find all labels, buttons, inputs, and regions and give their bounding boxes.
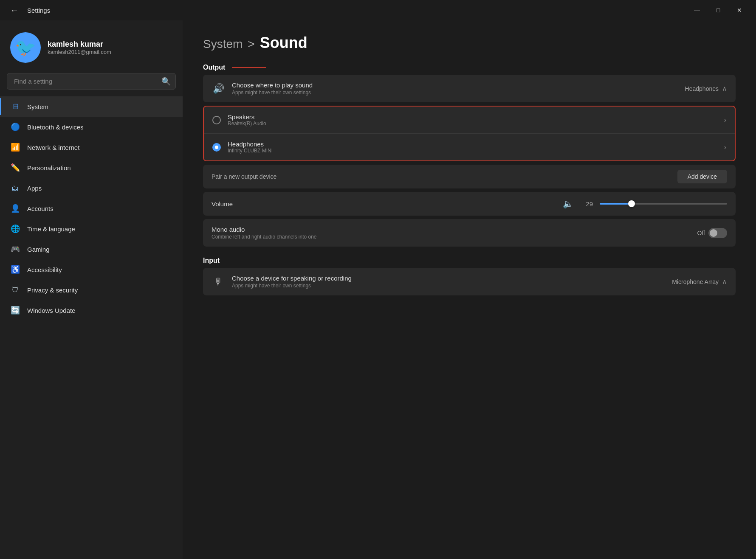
- accessibility-icon: ♿: [10, 264, 20, 275]
- volume-card: Volume 🔈 29: [203, 192, 736, 216]
- breadcrumb-separator: >: [248, 37, 254, 51]
- mono-audio-info: Mono audio Combine left and right audio …: [212, 226, 697, 240]
- nav-accessibility[interactable]: ♿ Accessibility: [0, 259, 183, 280]
- nav-system[interactable]: 🖥 System: [0, 96, 183, 117]
- mono-audio-title: Mono audio: [212, 226, 697, 233]
- search-box: 🔍: [7, 73, 176, 90]
- personalization-icon: ✏️: [10, 163, 20, 173]
- sidebar-item-label: Personalization: [27, 164, 71, 171]
- bluetooth-icon: 🔵: [10, 122, 20, 132]
- accounts-icon: 👤: [10, 203, 20, 213]
- sidebar-item-label: Windows Update: [27, 307, 75, 314]
- nav-personalization[interactable]: ✏️ Personalization: [0, 157, 183, 178]
- user-info: kamlesh kumar kamlesh2011@gmail.com: [48, 40, 111, 55]
- nav-update[interactable]: 🔄 Windows Update: [0, 300, 183, 320]
- sidebar-item-label: Accounts: [27, 205, 54, 212]
- volume-fill: [600, 203, 632, 205]
- maximize-button[interactable]: □: [708, 3, 728, 17]
- input-chevron-up-icon: ∧: [722, 278, 727, 286]
- search-icon[interactable]: 🔍: [161, 77, 171, 86]
- sidebar-item-label: Accessibility: [27, 266, 62, 273]
- avatar-icon: 🐦: [15, 38, 36, 58]
- breadcrumb: System: [203, 37, 243, 51]
- mono-audio-toggle[interactable]: [708, 228, 727, 238]
- headphones-device-row[interactable]: Headphones Infinity CLUBZ MINI ›: [204, 134, 735, 160]
- choose-output-card: 🔊 Choose where to play sound Apps might …: [203, 75, 736, 102]
- choose-input-right: Microphone Array ∧: [672, 278, 727, 286]
- mono-audio-subtitle: Combine left and right audio channels in…: [212, 234, 697, 240]
- sidebar-item-label: Gaming: [27, 246, 50, 253]
- speakers-info: Speakers Realtek(R) Audio: [228, 113, 717, 126]
- speakers-name: Speakers: [228, 113, 717, 121]
- headphones-info: Headphones Infinity CLUBZ MINI: [228, 140, 717, 154]
- device-list: Speakers Realtek(R) Audio › Headphones I…: [203, 106, 736, 161]
- microphone-icon: 🎙: [212, 276, 225, 287]
- volume-thumb[interactable]: [628, 200, 635, 207]
- choose-output-content: Choose where to play sound Apps might ha…: [232, 81, 678, 96]
- nav-privacy[interactable]: 🛡 Privacy & security: [0, 280, 183, 300]
- choose-input-card: 🎙 Choose a device for speaking or record…: [203, 268, 736, 295]
- sidebar-item-label: System: [27, 103, 48, 110]
- volume-icon: 🔈: [563, 199, 573, 209]
- time-icon: 🌐: [10, 224, 20, 234]
- output-divider: [232, 67, 266, 68]
- window-controls: — □ ✕: [687, 3, 749, 17]
- input-label: Input: [203, 257, 220, 264]
- nav-accounts[interactable]: 👤 Accounts: [0, 198, 183, 219]
- speakers-radio[interactable]: [212, 116, 221, 124]
- user-profile: 🐦 kamlesh kumar kamlesh2011@gmail.com: [0, 27, 183, 73]
- titlebar-left: ← Settings: [7, 4, 50, 17]
- sidebar-item-label: Bluetooth & devices: [27, 124, 84, 131]
- back-button[interactable]: ←: [7, 4, 22, 17]
- volume-slider[interactable]: [600, 199, 727, 208]
- close-button[interactable]: ✕: [730, 3, 749, 17]
- choose-output-row[interactable]: 🔊 Choose where to play sound Apps might …: [203, 75, 736, 102]
- mono-audio-right: Off: [697, 228, 727, 238]
- app-title: Settings: [27, 7, 50, 14]
- sidebar-item-label: Apps: [27, 185, 42, 192]
- user-email: kamlesh2011@gmail.com: [48, 49, 111, 55]
- nav-network[interactable]: 📶 Network & internet: [0, 137, 183, 157]
- pair-output-text: Pair a new output device: [212, 173, 276, 180]
- nav-time[interactable]: 🌐 Time & language: [0, 219, 183, 239]
- toggle-thumb: [710, 229, 717, 237]
- speakers-device-row[interactable]: Speakers Realtek(R) Audio ›: [204, 107, 735, 134]
- speakers-chevron-icon: ›: [724, 116, 726, 124]
- page-header: System > Sound: [203, 34, 736, 52]
- main-layout: 🐦 kamlesh kumar kamlesh2011@gmail.com 🔍 …: [0, 20, 756, 559]
- nav-gaming[interactable]: 🎮 Gaming: [0, 239, 183, 259]
- volume-label: Volume: [212, 200, 556, 208]
- nav-bluetooth[interactable]: 🔵 Bluetooth & devices: [0, 117, 183, 137]
- output-section-header: Output: [203, 64, 736, 71]
- minimize-button[interactable]: —: [687, 3, 707, 17]
- gaming-icon: 🎮: [10, 244, 20, 254]
- page-title: Sound: [260, 34, 307, 52]
- speakers-subtitle: Realtek(R) Audio: [228, 121, 717, 126]
- sidebar-item-label: Privacy & security: [27, 287, 78, 294]
- speaker-output-icon: 🔊: [212, 83, 225, 94]
- headphones-subtitle: Infinity CLUBZ MINI: [228, 148, 717, 154]
- sidebar: 🐦 kamlesh kumar kamlesh2011@gmail.com 🔍 …: [0, 20, 183, 559]
- content-area: System > Sound Output 🔊 Choose where to …: [183, 20, 756, 559]
- search-input[interactable]: [7, 73, 176, 90]
- pair-output-row: Pair a new output device Add device: [203, 165, 736, 188]
- mono-audio-card: Mono audio Combine left and right audio …: [203, 219, 736, 247]
- headphones-radio[interactable]: [212, 143, 221, 152]
- apps-icon: 🗂: [10, 183, 20, 193]
- add-device-button[interactable]: Add device: [677, 170, 727, 183]
- volume-value: 29: [580, 200, 593, 208]
- headphones-name: Headphones: [228, 140, 717, 148]
- choose-input-subtitle: Apps might have their own settings: [232, 283, 665, 289]
- current-input-device: Microphone Array: [672, 278, 719, 285]
- current-output-device: Headphones: [685, 85, 719, 92]
- headphones-chevron-icon: ›: [724, 143, 726, 151]
- volume-track: [600, 203, 727, 205]
- sidebar-item-label: Time & language: [27, 225, 75, 233]
- network-icon: 📶: [10, 142, 20, 152]
- choose-input-content: Choose a device for speaking or recordin…: [232, 275, 665, 289]
- choose-output-title: Choose where to play sound: [232, 81, 678, 89]
- user-name: kamlesh kumar: [48, 40, 111, 49]
- chevron-up-icon: ∧: [722, 84, 727, 93]
- choose-input-row[interactable]: 🎙 Choose a device for speaking or record…: [203, 268, 736, 295]
- nav-apps[interactable]: 🗂 Apps: [0, 178, 183, 198]
